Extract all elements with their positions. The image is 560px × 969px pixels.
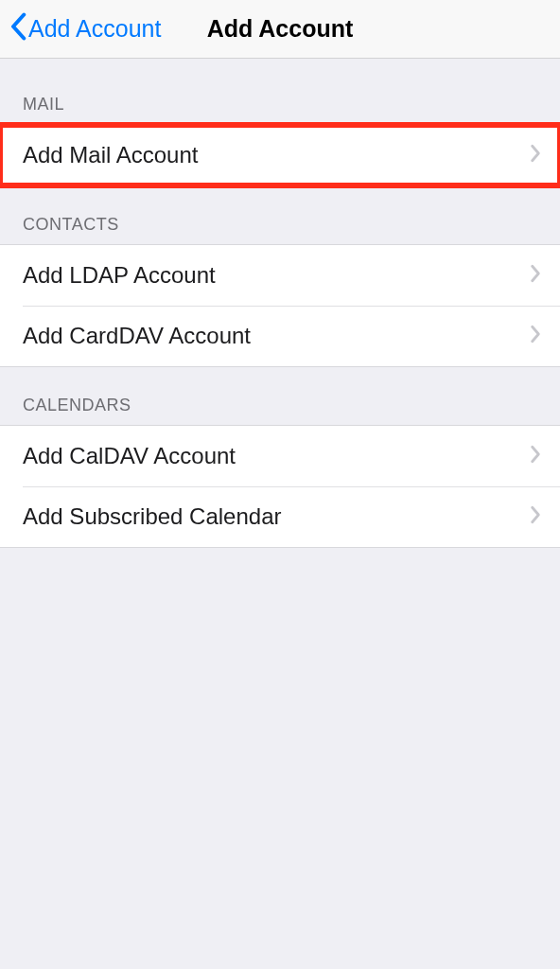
chevron-right-icon <box>530 323 541 349</box>
back-button[interactable]: Add Account <box>0 12 161 46</box>
section-header-mail: MAIL <box>0 59 560 124</box>
group-mail: Add Mail Account <box>0 124 560 186</box>
row-label: Add Subscribed Calendar <box>23 503 282 530</box>
chevron-left-icon <box>9 12 28 46</box>
section-header-contacts: CONTACTS <box>0 186 560 244</box>
row-label: Add LDAP Account <box>23 262 216 289</box>
group-contacts: Add LDAP Account Add CardDAV Account <box>0 244 560 367</box>
section-header-calendars: CALENDARS <box>0 367 560 425</box>
chevron-right-icon <box>530 262 541 289</box>
group-calendars: Add CalDAV Account Add Subscribed Calend… <box>0 425 560 548</box>
row-add-subscribed-calendar[interactable]: Add Subscribed Calendar <box>0 486 560 547</box>
row-add-ldap-account[interactable]: Add LDAP Account <box>0 245 560 306</box>
row-add-caldav-account[interactable]: Add CalDAV Account <box>0 426 560 486</box>
row-add-carddav-account[interactable]: Add CardDAV Account <box>0 306 560 366</box>
chevron-right-icon <box>530 142 541 168</box>
content: MAIL Add Mail Account CONTACTS Add LDAP … <box>0 59 560 548</box>
row-add-mail-account[interactable]: Add Mail Account <box>0 125 560 185</box>
chevron-right-icon <box>530 503 541 530</box>
row-label: Add Mail Account <box>23 142 198 168</box>
navigation-bar: Add Account Add Account <box>0 0 560 59</box>
row-label: Add CalDAV Account <box>23 443 236 469</box>
chevron-right-icon <box>530 443 541 469</box>
row-label: Add CardDAV Account <box>23 323 251 349</box>
back-label: Add Account <box>28 15 161 43</box>
